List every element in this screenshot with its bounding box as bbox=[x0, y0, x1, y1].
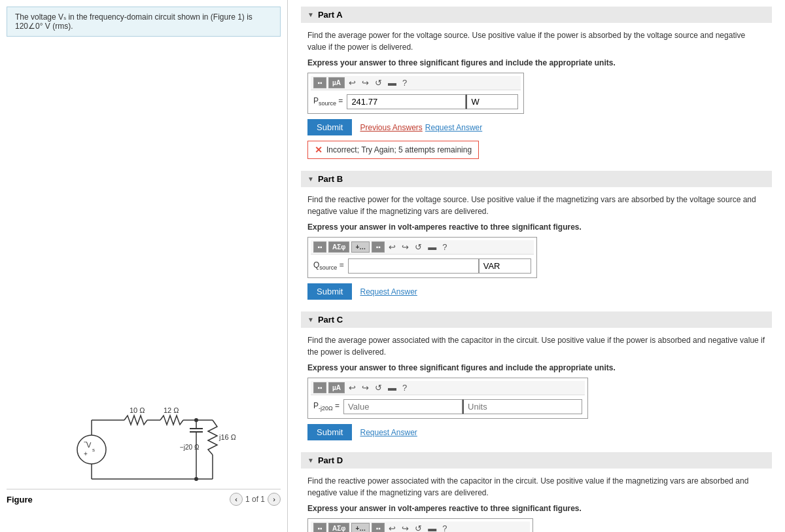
part-b-refresh-icon[interactable]: ↺ bbox=[413, 241, 424, 253]
part-c-triangle: ▼ bbox=[307, 316, 314, 323]
part-c-undo-icon[interactable]: ↩ bbox=[347, 382, 358, 393]
right-panel: ▼ Part A Find the average power for the … bbox=[288, 0, 785, 532]
part-c-value-input[interactable] bbox=[343, 399, 462, 414]
part-b-help-icon[interactable]: ? bbox=[440, 241, 449, 253]
part-c-toolbar: ▪▪ µA ↩ ↪ ↺ ▬ ? bbox=[311, 381, 585, 395]
svg-text:10 Ω: 10 Ω bbox=[130, 406, 145, 414]
part-d-refresh-icon[interactable]: ↺ bbox=[413, 523, 424, 532]
part-c-redo-icon[interactable]: ↪ bbox=[360, 382, 371, 393]
part-d-body: Find the reactive power associated with … bbox=[301, 475, 772, 532]
part-b-instruction1: Find the reactive power for the voltage … bbox=[307, 194, 765, 217]
part-d-toolbar-btn3[interactable]: +… bbox=[351, 523, 370, 532]
part-b-undo-icon[interactable]: ↩ bbox=[387, 241, 398, 253]
part-a-error-box: ✕ Incorrect; Try Again; 5 attempts remai… bbox=[307, 141, 479, 159]
part-d-toolbar-btn2[interactable]: AΣφ bbox=[328, 523, 349, 532]
part-d-toolbar-btn1[interactable]: ▪▪ bbox=[313, 523, 326, 532]
part-a-submit-btn[interactable]: Submit bbox=[307, 119, 352, 135]
part-c-input-label: P-j20Ω = bbox=[313, 401, 340, 412]
part-a-instruction2: Express your answer to three significant… bbox=[307, 57, 765, 69]
figure-prev-btn[interactable]: ‹ bbox=[230, 493, 243, 506]
svg-text:−: − bbox=[84, 438, 88, 446]
part-b-menu-icon[interactable]: ▬ bbox=[426, 241, 438, 253]
part-a-request-answer-btn[interactable]: Request Answer bbox=[425, 123, 482, 132]
part-b-toolbar-btn2[interactable]: AΣφ bbox=[328, 241, 349, 253]
figure-nav: ‹ 1 of 1 › bbox=[230, 493, 281, 506]
part-d-undo-icon[interactable]: ↩ bbox=[387, 523, 398, 532]
part-c-action-row: Submit Request Answer bbox=[307, 424, 765, 440]
svg-text:12 Ω: 12 Ω bbox=[164, 406, 179, 414]
part-d-menu-icon[interactable]: ▬ bbox=[426, 523, 438, 532]
part-c-input-row: P-j20Ω = bbox=[311, 398, 585, 416]
part-b-toolbar-btn4[interactable]: ▪▪ bbox=[372, 241, 385, 253]
figure-next-btn[interactable]: › bbox=[268, 493, 281, 506]
part-c-menu-icon[interactable]: ▬ bbox=[386, 382, 398, 393]
part-b-title: Part B bbox=[318, 174, 343, 184]
part-d-help-icon[interactable]: ? bbox=[440, 523, 449, 532]
part-a-refresh-icon[interactable]: ↺ bbox=[373, 77, 384, 88]
part-a-toolbar: ▪▪ µA ↩ ↪ ↺ ▬ ? bbox=[311, 76, 521, 90]
part-a-action-row: Submit Previous Answers Request Answer bbox=[307, 119, 765, 135]
figure-nav-text: 1 of 1 bbox=[245, 495, 265, 504]
part-d-section: ▼ Part D Find the reactive power associa… bbox=[301, 452, 772, 532]
svg-text:s: s bbox=[92, 447, 95, 453]
part-c-request-answer-btn[interactable]: Request Answer bbox=[360, 428, 417, 437]
part-b-toolbar-btn1[interactable]: ▪▪ bbox=[313, 241, 326, 253]
part-a-input-row: Psource = W bbox=[311, 93, 521, 111]
svg-point-0 bbox=[77, 435, 106, 464]
part-b-value-input[interactable] bbox=[348, 258, 479, 274]
part-c-instruction2: Express your answer to three significant… bbox=[307, 362, 765, 374]
part-b-header[interactable]: ▼ Part B bbox=[301, 171, 772, 187]
part-b-toolbar: ▪▪ AΣφ +… ▪▪ ↩ ↪ ↺ ▬ ? bbox=[311, 240, 534, 255]
part-a-toolbar-btn1[interactable]: ▪▪ bbox=[313, 77, 326, 88]
part-c-instruction1: Find the average power associated with t… bbox=[307, 334, 765, 358]
part-d-toolbar-btn4[interactable]: ▪▪ bbox=[372, 523, 385, 532]
part-a-value-input[interactable] bbox=[347, 94, 466, 109]
part-a-help-icon[interactable]: ? bbox=[400, 77, 409, 88]
part-b-instruction2: Express your answer in volt-amperes reac… bbox=[307, 221, 765, 233]
part-d-redo-icon[interactable]: ↪ bbox=[400, 523, 411, 532]
part-c-header[interactable]: ▼ Part C bbox=[301, 311, 772, 328]
part-a-header[interactable]: ▼ Part A bbox=[301, 7, 772, 23]
part-a-redo-icon[interactable]: ↪ bbox=[360, 77, 371, 88]
part-a-body: Find the average power for the voltage s… bbox=[301, 29, 772, 159]
part-d-toolbar: ▪▪ AΣφ +… ▪▪ ↩ ↪ ↺ ▬ ? bbox=[311, 522, 530, 532]
part-a-error-icon: ✕ bbox=[315, 145, 323, 155]
part-c-refresh-icon[interactable]: ↺ bbox=[373, 382, 384, 393]
part-b-body: Find the reactive power for the voltage … bbox=[301, 194, 772, 300]
part-b-request-answer-btn[interactable]: Request Answer bbox=[360, 287, 417, 296]
part-c-submit-btn[interactable]: Submit bbox=[307, 424, 352, 440]
part-c-units-input[interactable] bbox=[462, 399, 582, 414]
part-a-triangle: ▼ bbox=[307, 11, 314, 18]
left-panel: The voltage Vₛ in the frequency-domain c… bbox=[0, 0, 288, 532]
part-b-subscript: source bbox=[319, 265, 337, 272]
part-a-menu-icon[interactable]: ▬ bbox=[386, 77, 398, 88]
part-c-title: Part C bbox=[318, 315, 343, 325]
part-b-toolbar-btn3[interactable]: +… bbox=[351, 241, 370, 253]
part-b-input-row: Qsource = VAR bbox=[311, 257, 534, 275]
part-d-answer-box: ▪▪ AΣφ +… ▪▪ ↩ ↪ ↺ ▬ ? Q-j20Ω = VAR bbox=[307, 518, 533, 532]
svg-text:−j20 Ω: −j20 Ω bbox=[180, 444, 200, 451]
part-d-title: Part D bbox=[318, 455, 343, 465]
circuit-diagram: V s + − 10 Ω 12 Ω j16 Ω bbox=[52, 384, 236, 489]
part-b-units: VAR bbox=[479, 258, 531, 274]
part-d-instruction2: Express your answer in volt-amperes reac… bbox=[307, 503, 765, 514]
part-a-error-text: Incorrect; Try Again; 5 attempts remaini… bbox=[326, 145, 472, 154]
part-d-triangle: ▼ bbox=[307, 457, 314, 464]
part-d-instruction1: Find the reactive power associated with … bbox=[307, 475, 765, 499]
part-c-toolbar-btn2[interactable]: µA bbox=[328, 382, 345, 393]
part-a-toolbar-btn2[interactable]: µA bbox=[328, 77, 345, 88]
part-a-units: W bbox=[466, 94, 518, 109]
part-d-header[interactable]: ▼ Part D bbox=[301, 452, 772, 469]
part-a-undo-icon[interactable]: ↩ bbox=[347, 77, 358, 88]
part-b-submit-btn[interactable]: Submit bbox=[307, 283, 352, 300]
figure-label: Figure bbox=[7, 495, 33, 505]
part-c-answer-box: ▪▪ µA ↩ ↪ ↺ ▬ ? P-j20Ω = bbox=[307, 378, 588, 419]
part-a-instruction1: Find the average power for the voltage s… bbox=[307, 29, 765, 53]
part-c-help-icon[interactable]: ? bbox=[400, 382, 409, 393]
part-b-action-row: Submit Request Answer bbox=[307, 283, 765, 300]
part-a-subscript: source bbox=[319, 101, 336, 107]
figure-label-row: Figure ‹ 1 of 1 › bbox=[7, 489, 281, 506]
part-b-redo-icon[interactable]: ↪ bbox=[400, 241, 411, 253]
part-a-previous-answers-btn[interactable]: Previous Answers bbox=[360, 123, 422, 132]
part-c-toolbar-btn1[interactable]: ▪▪ bbox=[313, 382, 326, 393]
